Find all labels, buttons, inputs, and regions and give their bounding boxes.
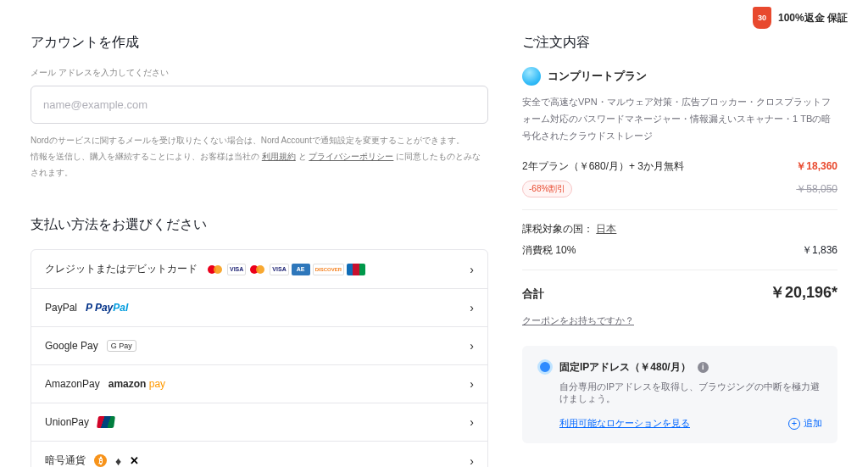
- payment-option-label: Google Pay: [45, 340, 98, 352]
- create-account-title: アカウントを作成: [31, 34, 488, 52]
- payment-option-label: UnionPay: [45, 416, 89, 428]
- plan-name: コンプリートプラン: [548, 69, 647, 84]
- email-field[interactable]: [31, 86, 488, 124]
- visa-icon: VISA: [227, 264, 246, 275]
- privacy-link[interactable]: プライバシーポリシー: [309, 152, 393, 161]
- maestro-icon: [248, 264, 267, 275]
- chevron-right-icon: ›: [470, 415, 474, 429]
- total-label: 合計: [522, 286, 544, 302]
- payment-option-card[interactable]: クレジットまたはデビットカード VISA VISA AE DISCOVER ›: [31, 250, 487, 289]
- plus-icon: +: [788, 418, 800, 430]
- chevron-right-icon: ›: [470, 377, 474, 391]
- addon-add-button[interactable]: + 追加: [788, 417, 822, 430]
- amazonpay-icon: amazon pay: [108, 378, 165, 390]
- payment-option-paypal[interactable]: PayPal P PayPal ›: [31, 289, 487, 327]
- payment-option-label: AmazonPay: [45, 378, 100, 390]
- coupon-link[interactable]: クーポンをお持ちですか？: [522, 314, 634, 327]
- jcb-icon: [347, 264, 365, 275]
- payment-option-amazonpay[interactable]: AmazonPay amazon pay ›: [31, 365, 487, 403]
- payment-option-label: 暗号通貨: [45, 453, 86, 467]
- disclaimer-text: Nordのサービスに関するメールを受け取りたくない場合は、Nord Accoun…: [31, 132, 488, 181]
- addon-title: 固定IPアドレス（￥480/月）: [559, 360, 691, 375]
- payment-option-googlepay[interactable]: Google Pay G Pay ›: [31, 327, 487, 365]
- plan-term: 2年プラン（￥680/月）+ 3か月無料: [522, 159, 684, 174]
- addon-description: 自分専用のIPアドレスを取得し、ブラウジングの中断を極力避けましょう。: [559, 381, 822, 405]
- payment-option-label: クレジットまたはデビットカード: [45, 262, 198, 276]
- paypal-icon: P PayPal: [86, 302, 128, 314]
- total-amount: ￥20,196*: [770, 282, 837, 303]
- order-summary-title: ご注文内容: [522, 34, 837, 52]
- guarantee-text: 100%返金 保証: [778, 11, 848, 25]
- x-icon: ✕: [130, 454, 139, 467]
- payment-option-unionpay[interactable]: UnionPay ›: [31, 403, 487, 442]
- email-label: メール アドレスを入力してください: [31, 67, 488, 79]
- chevron-right-icon: ›: [470, 454, 474, 468]
- payment-method-title: 支払い方法をお選びください: [31, 216, 488, 234]
- amex-icon: AE: [292, 264, 310, 275]
- payment-option-crypto[interactable]: 暗号通貨 ₿ ♦ ✕ ›: [31, 442, 487, 467]
- addon-dedicated-ip: 固定IPアドレス（￥480/月） i 自分専用のIPアドレスを取得し、ブラウジン…: [522, 346, 837, 443]
- addon-add-label: 追加: [804, 417, 822, 430]
- tax-label: 消費税 10%: [522, 243, 576, 258]
- payment-option-label: PayPal: [45, 302, 77, 314]
- googlepay-icon: G Pay: [107, 340, 136, 352]
- visa-debit-icon: VISA: [270, 264, 288, 275]
- price-original: ￥58,050: [796, 182, 837, 197]
- tax-amount: ￥1,836: [802, 243, 837, 258]
- discount-badge: -68%割引: [522, 181, 572, 197]
- chevron-right-icon: ›: [470, 263, 474, 276]
- ethereum-icon: ♦: [112, 454, 125, 467]
- chevron-right-icon: ›: [470, 339, 474, 353]
- price-current: ￥18,360: [796, 159, 837, 174]
- pin-icon: [537, 359, 553, 375]
- bitcoin-icon: ₿: [94, 454, 107, 467]
- discover-icon: DISCOVER: [313, 264, 344, 275]
- unionpay-icon: [97, 416, 115, 428]
- money-back-guarantee: 30 100%返金 保証: [753, 7, 848, 29]
- mastercard-icon: [206, 264, 225, 275]
- tax-country-link[interactable]: 日本: [596, 223, 616, 235]
- addon-locations-link[interactable]: 利用可能なロケーションを見る: [559, 417, 690, 430]
- terms-link[interactable]: 利用規約: [262, 152, 296, 161]
- plan-icon: [522, 67, 541, 86]
- shield-icon: 30: [753, 7, 771, 29]
- plan-description: 安全で高速なVPN・マルウェア対策・広告ブロッカー・クロスプラットフォーム対応の…: [522, 94, 837, 144]
- payment-methods-list: クレジットまたはデビットカード VISA VISA AE DISCOVER ›: [31, 249, 488, 467]
- chevron-right-icon: ›: [470, 301, 474, 314]
- info-icon[interactable]: i: [698, 362, 709, 373]
- tax-country-label: 課税対象の国：: [522, 223, 593, 235]
